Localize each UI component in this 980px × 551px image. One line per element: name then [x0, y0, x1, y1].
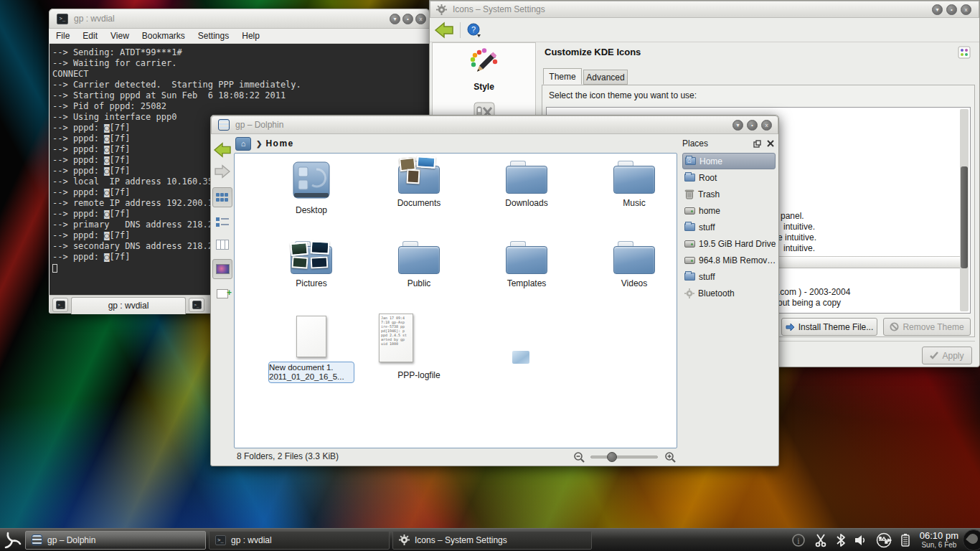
folder-view[interactable]: Desktop Documents Downloads Music — [234, 153, 677, 448]
menu-view[interactable]: View — [104, 31, 136, 41]
selected-theme-row[interactable] — [778, 256, 960, 268]
back-arrow-icon — [434, 22, 454, 39]
place-item-hard-drive[interactable]: 19.5 GiB Hard Drive — [682, 235, 776, 252]
gear-icon — [399, 534, 410, 545]
taskbar-task-system-settings[interactable]: Icons – System Settings — [392, 531, 592, 550]
zoom-out-icon[interactable] — [573, 451, 585, 463]
file-item[interactable]: Templates — [484, 241, 570, 288]
forward-button[interactable] — [212, 161, 232, 182]
menu-bookmarks[interactable]: Bookmarks — [136, 31, 192, 41]
system-settings-titlebar[interactable]: Icons – System Settings ▾ • x — [430, 1, 979, 18]
folder-icon — [684, 273, 695, 281]
battery-icon[interactable] — [900, 533, 911, 547]
documents-folder-icon — [376, 161, 462, 194]
dolphin-titlebar[interactable]: gp – Dolphin ▾ • x — [211, 116, 778, 134]
scrollbar[interactable] — [960, 109, 969, 311]
taskbar-task-dolphin[interactable]: gp – Dolphin — [25, 531, 206, 550]
file-item[interactable]: Desktop — [268, 161, 354, 215]
place-item-stuff2[interactable]: stuff — [682, 268, 776, 285]
breadcrumb-separator-icon: ❯ — [256, 140, 262, 148]
detach-panel-icon[interactable] — [753, 140, 761, 148]
help-button[interactable]: ? — [466, 22, 482, 38]
file-item[interactable]: Public — [376, 241, 462, 288]
places-panel-header: Places — [682, 134, 774, 153]
volume-icon[interactable] — [854, 534, 868, 547]
apply-button[interactable]: Apply — [922, 347, 972, 364]
details-view-button[interactable] — [212, 212, 232, 232]
place-item-home[interactable]: Home — [682, 153, 776, 169]
folder-icon — [684, 223, 695, 231]
minimize-button[interactable]: ▾ — [732, 120, 743, 131]
taskbar-task-wvdial[interactable]: >_ gp : wvdial — [209, 531, 390, 550]
new-tab-button[interactable]: >_ — [52, 298, 68, 312]
file-item[interactable]: Music — [591, 161, 677, 208]
close-button[interactable]: x — [761, 120, 772, 131]
place-item-bluetooth[interactable]: Bluetooth — [682, 285, 776, 301]
menu-file[interactable]: File — [50, 31, 76, 41]
scrollbar-thumb[interactable] — [961, 166, 968, 268]
menu-edit[interactable]: Edit — [76, 31, 104, 41]
place-item-stuff[interactable]: stuff — [682, 219, 776, 235]
dolphin-window-title: gp – Dolphin — [235, 120, 283, 130]
back-button[interactable] — [212, 140, 232, 160]
ppp-logfile-icon[interactable]: Jan 17 09:4 7:18 gp-Asp ire-5738 pp pd[1… — [379, 314, 413, 362]
back-button[interactable] — [434, 22, 454, 39]
breadcrumb-home-icon[interactable]: ⌂ — [235, 137, 251, 151]
minimize-button[interactable]: ▾ — [390, 14, 400, 24]
places-panel: Home Root Trash home stuff 19.5 GiB Hard… — [682, 153, 776, 447]
install-theme-file-button[interactable]: Install Theme File... — [781, 318, 877, 336]
terminal-app-icon: >_ — [57, 14, 68, 24]
file-item[interactable]: Downloads — [484, 161, 570, 208]
system-settings-toolbar: ? — [430, 18, 979, 42]
info-icon[interactable]: i — [791, 533, 806, 547]
maximize-button[interactable]: • — [946, 4, 957, 15]
split-view-button[interactable]: + — [212, 283, 232, 303]
tab-advanced[interactable]: Advanced — [583, 70, 628, 85]
menu-help[interactable]: Help — [235, 31, 266, 41]
columns-view-button[interactable] — [212, 235, 232, 255]
file-item[interactable]: Videos — [591, 241, 677, 288]
terminal-tab[interactable]: gp : wvdial — [71, 297, 186, 314]
maximize-button[interactable]: • — [402, 14, 413, 24]
icons-view-button[interactable] — [212, 187, 232, 207]
terminal-titlebar[interactable]: >_ gp : wvdial ▾ • x — [49, 9, 430, 29]
new-document-file-icon[interactable] — [296, 316, 326, 357]
removable-drive-icon — [684, 257, 695, 264]
clock-date: Sun, 6 Feb — [920, 540, 958, 550]
tab-list-button[interactable]: >_ — [189, 298, 204, 312]
klipper-scissors-icon[interactable] — [814, 533, 828, 547]
app-launcher-icon[interactable] — [2, 530, 22, 550]
place-item-home-partition[interactable]: home — [682, 202, 776, 219]
zoom-in-icon[interactable] — [664, 451, 677, 463]
zoom-slider-handle[interactable] — [607, 452, 617, 462]
close-panel-icon[interactable] — [767, 140, 774, 147]
clock-time: 06:10 pm — [920, 531, 958, 540]
place-item-trash[interactable]: Trash — [682, 186, 776, 202]
panel-toolbox-cashew[interactable] — [963, 529, 980, 551]
minimize-button[interactable]: ▾ — [932, 4, 943, 15]
place-item-removable[interactable]: 964.8 MiB Remov… — [682, 252, 776, 268]
file-item[interactable]: Pictures — [268, 241, 354, 288]
digital-clock[interactable]: 06:10 pm Sun, 6 Feb — [920, 531, 958, 550]
file-item[interactable]: PPP-logfile — [376, 366, 462, 380]
sidebar-item-style[interactable]: Style — [433, 43, 535, 92]
terminal-output-line: --> Waiting for carrier. — [52, 58, 429, 69]
close-button[interactable]: x — [961, 4, 971, 15]
usb-device-icon[interactable] — [876, 532, 892, 548]
remove-theme-button[interactable]: Remove Theme — [883, 318, 971, 336]
pictures-folder-icon — [268, 241, 354, 274]
zoom-slider[interactable] — [590, 456, 658, 458]
terminal-app-icon: >_ — [215, 535, 226, 545]
tab-theme[interactable]: Theme — [543, 68, 582, 85]
bluetooth-icon[interactable] — [836, 533, 846, 547]
preview-toggle-button[interactable] — [212, 259, 232, 279]
selected-file-label[interactable]: New document 1. 2011_01_20_16_5... — [268, 362, 354, 383]
file-item[interactable]: Documents — [376, 161, 462, 208]
maximize-button[interactable]: • — [747, 120, 758, 131]
overview-grid-icon[interactable] — [958, 46, 971, 59]
place-item-root[interactable]: Root — [682, 169, 776, 186]
close-button[interactable]: x — [415, 14, 426, 24]
menu-settings[interactable]: Settings — [192, 31, 235, 41]
gear-icon — [436, 4, 447, 15]
breadcrumb[interactable]: Home — [265, 138, 293, 149]
